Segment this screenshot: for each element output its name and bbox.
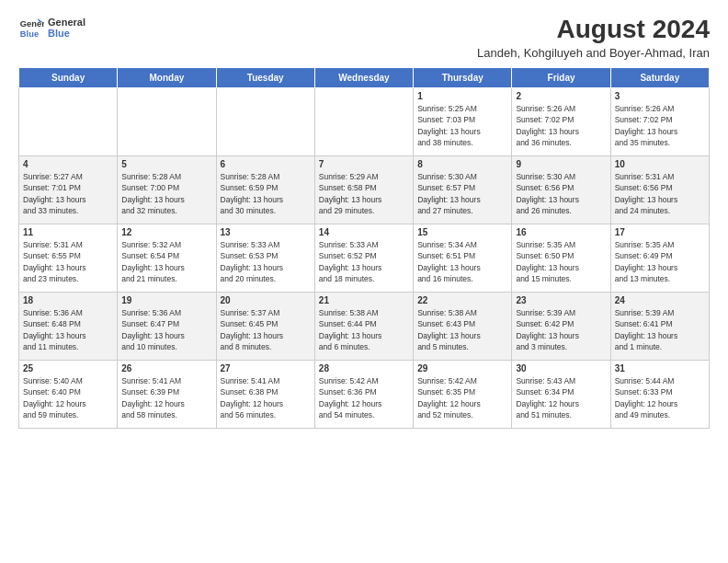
day-number: 11 (23, 227, 113, 237)
calendar-day-cell: 30Sunrise: 5:43 AMSunset: 6:34 PMDayligh… (512, 361, 610, 429)
day-number: 17 (615, 227, 705, 237)
calendar-day-cell: 1Sunrise: 5:25 AMSunset: 7:03 PMDaylight… (414, 88, 512, 156)
weekday-header-cell: Wednesday (314, 68, 413, 88)
calendar-day-cell: 29Sunrise: 5:42 AMSunset: 6:35 PMDayligh… (414, 361, 512, 429)
weekday-header-cell: Friday (512, 68, 610, 88)
calendar-day-cell (19, 88, 118, 156)
header: General Blue General Blue August 2024 La… (18, 15, 710, 60)
main-title: August 2024 (477, 15, 710, 44)
day-info: Sunrise: 5:32 AMSunset: 6:54 PMDaylight:… (121, 239, 211, 284)
weekday-header-row: SundayMondayTuesdayWednesdayThursdayFrid… (19, 68, 710, 88)
day-info: Sunrise: 5:31 AMSunset: 6:56 PMDaylight:… (615, 171, 705, 216)
day-number: 6 (221, 159, 311, 169)
day-number: 19 (121, 295, 211, 305)
calendar-day-cell: 6Sunrise: 5:28 AMSunset: 6:59 PMDaylight… (216, 156, 314, 224)
day-number: 4 (23, 159, 113, 169)
day-info: Sunrise: 5:38 AMSunset: 6:43 PMDaylight:… (417, 307, 507, 352)
day-info: Sunrise: 5:26 AMSunset: 7:02 PMDaylight:… (615, 103, 705, 148)
calendar-day-cell: 8Sunrise: 5:30 AMSunset: 6:57 PMDaylight… (414, 156, 512, 224)
calendar-day-cell: 3Sunrise: 5:26 AMSunset: 7:02 PMDaylight… (610, 88, 709, 156)
weekday-header-cell: Saturday (610, 68, 709, 88)
svg-text:Blue: Blue (20, 29, 39, 39)
sub-title: Landeh, Kohgiluyeh and Boyer-Ahmad, Iran (477, 46, 710, 60)
day-number: 27 (221, 363, 311, 373)
day-number: 21 (319, 295, 409, 305)
day-info: Sunrise: 5:41 AMSunset: 6:38 PMDaylight:… (221, 375, 311, 420)
calendar-day-cell: 27Sunrise: 5:41 AMSunset: 6:38 PMDayligh… (216, 361, 314, 429)
day-number: 26 (121, 363, 211, 373)
day-info: Sunrise: 5:42 AMSunset: 6:36 PMDaylight:… (319, 375, 409, 420)
day-number: 22 (417, 295, 507, 305)
day-number: 9 (516, 159, 606, 169)
day-info: Sunrise: 5:38 AMSunset: 6:44 PMDaylight:… (319, 307, 409, 352)
calendar-week-row: 18Sunrise: 5:36 AMSunset: 6:48 PMDayligh… (19, 293, 710, 361)
calendar-day-cell: 26Sunrise: 5:41 AMSunset: 6:39 PMDayligh… (118, 361, 216, 429)
day-number: 7 (319, 159, 409, 169)
day-info: Sunrise: 5:39 AMSunset: 6:42 PMDaylight:… (516, 307, 606, 352)
day-number: 29 (417, 363, 507, 373)
day-info: Sunrise: 5:28 AMSunset: 7:00 PMDaylight:… (121, 171, 211, 216)
day-number: 31 (615, 363, 705, 373)
day-number: 1 (417, 91, 507, 101)
calendar-day-cell: 25Sunrise: 5:40 AMSunset: 6:40 PMDayligh… (19, 361, 118, 429)
day-info: Sunrise: 5:35 AMSunset: 6:50 PMDaylight:… (516, 239, 606, 284)
day-info: Sunrise: 5:44 AMSunset: 6:33 PMDaylight:… (615, 375, 705, 420)
calendar-day-cell (216, 88, 314, 156)
calendar-day-cell: 21Sunrise: 5:38 AMSunset: 6:44 PMDayligh… (314, 293, 413, 361)
calendar-day-cell: 11Sunrise: 5:31 AMSunset: 6:55 PMDayligh… (19, 224, 118, 293)
day-number: 12 (121, 227, 211, 237)
day-number: 30 (516, 363, 606, 373)
day-info: Sunrise: 5:39 AMSunset: 6:41 PMDaylight:… (615, 307, 705, 352)
day-info: Sunrise: 5:36 AMSunset: 6:48 PMDaylight:… (23, 307, 113, 352)
calendar-day-cell: 10Sunrise: 5:31 AMSunset: 6:56 PMDayligh… (610, 156, 709, 224)
calendar-day-cell: 7Sunrise: 5:29 AMSunset: 6:58 PMDaylight… (314, 156, 413, 224)
day-info: Sunrise: 5:42 AMSunset: 6:35 PMDaylight:… (417, 375, 507, 420)
calendar-day-cell: 2Sunrise: 5:26 AMSunset: 7:02 PMDaylight… (512, 88, 610, 156)
logo: General Blue General Blue (18, 15, 85, 40)
calendar-day-cell: 19Sunrise: 5:36 AMSunset: 6:47 PMDayligh… (118, 293, 216, 361)
day-number: 3 (615, 91, 705, 101)
calendar-week-row: 4Sunrise: 5:27 AMSunset: 7:01 PMDaylight… (19, 156, 710, 224)
day-info: Sunrise: 5:41 AMSunset: 6:39 PMDaylight:… (121, 375, 211, 420)
calendar-day-cell: 24Sunrise: 5:39 AMSunset: 6:41 PMDayligh… (610, 293, 709, 361)
day-info: Sunrise: 5:27 AMSunset: 7:01 PMDaylight:… (23, 171, 113, 216)
day-info: Sunrise: 5:30 AMSunset: 6:56 PMDaylight:… (516, 171, 606, 216)
calendar-table: SundayMondayTuesdayWednesdayThursdayFrid… (18, 67, 710, 429)
day-number: 18 (23, 295, 113, 305)
calendar-day-cell: 13Sunrise: 5:33 AMSunset: 6:53 PMDayligh… (216, 224, 314, 293)
day-info: Sunrise: 5:34 AMSunset: 6:51 PMDaylight:… (417, 239, 507, 284)
calendar-week-row: 1Sunrise: 5:25 AMSunset: 7:03 PMDaylight… (19, 88, 710, 156)
day-info: Sunrise: 5:37 AMSunset: 6:45 PMDaylight:… (221, 307, 311, 352)
day-info: Sunrise: 5:29 AMSunset: 6:58 PMDaylight:… (319, 171, 409, 216)
weekday-header-cell: Monday (118, 68, 216, 88)
day-number: 13 (221, 227, 311, 237)
calendar-day-cell: 23Sunrise: 5:39 AMSunset: 6:42 PMDayligh… (512, 293, 610, 361)
calendar-week-row: 11Sunrise: 5:31 AMSunset: 6:55 PMDayligh… (19, 224, 710, 293)
calendar-day-cell: 9Sunrise: 5:30 AMSunset: 6:56 PMDaylight… (512, 156, 610, 224)
day-number: 20 (221, 295, 311, 305)
weekday-header-cell: Tuesday (216, 68, 314, 88)
day-info: Sunrise: 5:33 AMSunset: 6:52 PMDaylight:… (319, 239, 409, 284)
calendar-day-cell (314, 88, 413, 156)
day-info: Sunrise: 5:33 AMSunset: 6:53 PMDaylight:… (221, 239, 311, 284)
day-number: 8 (417, 159, 507, 169)
logo-icon: General Blue (18, 15, 44, 40)
weekday-header-cell: Thursday (414, 68, 512, 88)
day-info: Sunrise: 5:36 AMSunset: 6:47 PMDaylight:… (121, 307, 211, 352)
day-info: Sunrise: 5:30 AMSunset: 6:57 PMDaylight:… (417, 171, 507, 216)
day-info: Sunrise: 5:31 AMSunset: 6:55 PMDaylight:… (23, 239, 113, 284)
calendar-day-cell: 22Sunrise: 5:38 AMSunset: 6:43 PMDayligh… (414, 293, 512, 361)
calendar-day-cell: 17Sunrise: 5:35 AMSunset: 6:49 PMDayligh… (610, 224, 709, 293)
weekday-header-cell: Sunday (19, 68, 118, 88)
calendar-day-cell: 15Sunrise: 5:34 AMSunset: 6:51 PMDayligh… (414, 224, 512, 293)
calendar-day-cell: 16Sunrise: 5:35 AMSunset: 6:50 PMDayligh… (512, 224, 610, 293)
day-number: 25 (23, 363, 113, 373)
calendar-day-cell: 20Sunrise: 5:37 AMSunset: 6:45 PMDayligh… (216, 293, 314, 361)
day-number: 10 (615, 159, 705, 169)
day-number: 24 (615, 295, 705, 305)
day-number: 15 (417, 227, 507, 237)
day-info: Sunrise: 5:28 AMSunset: 6:59 PMDaylight:… (221, 171, 311, 216)
calendar-day-cell: 28Sunrise: 5:42 AMSunset: 6:36 PMDayligh… (314, 361, 413, 429)
day-info: Sunrise: 5:26 AMSunset: 7:02 PMDaylight:… (516, 103, 606, 148)
day-number: 14 (319, 227, 409, 237)
